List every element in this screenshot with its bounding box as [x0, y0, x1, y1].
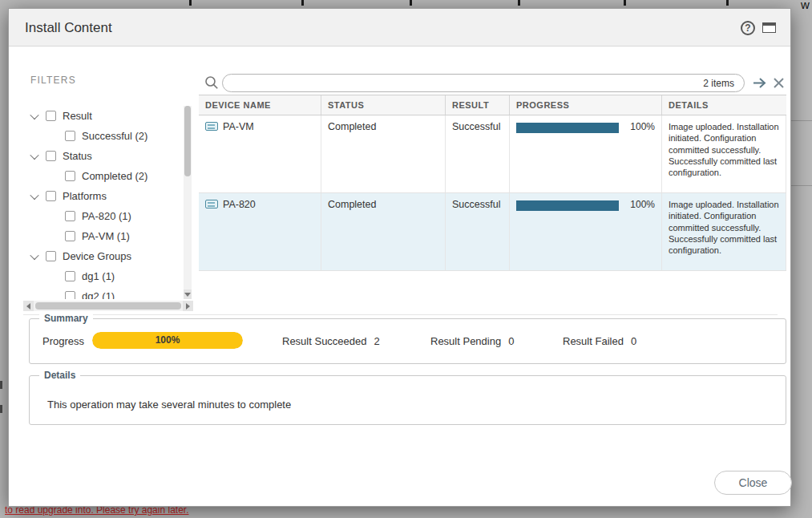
background-fragment	[0, 381, 2, 389]
dialog-title: Install Content	[25, 9, 112, 47]
filter-tree: Result Successful (2) Status Completed (…	[23, 106, 182, 299]
chevron-down-icon[interactable]	[30, 190, 38, 199]
background-fragment	[410, 0, 412, 6]
section-divider	[23, 314, 778, 315]
search-input[interactable]	[232, 78, 703, 89]
checkbox-result[interactable]	[46, 111, 56, 121]
checkbox-platforms[interactable]	[46, 191, 56, 201]
progress-bar-wrap: 100%	[516, 199, 655, 211]
background-text-fragment: w	[801, 0, 810, 11]
stat-result-pending: Result Pending0	[430, 335, 514, 347]
status-cell: Completed	[321, 193, 446, 270]
firewall-device-icon	[205, 200, 218, 208]
arrow-left-icon	[26, 303, 30, 310]
filter-item-successful: Successful (2)	[23, 126, 182, 146]
filter-item-label: PA-820 (1)	[82, 210, 131, 222]
device-name: PA-VM	[223, 121, 254, 132]
search-field[interactable]: 2 items	[222, 74, 745, 92]
result-cell: Successful	[446, 115, 510, 192]
progress-bar-track	[516, 123, 619, 133]
stat-label: Result Failed	[563, 335, 624, 347]
column-header-status[interactable]: STATUS	[321, 95, 446, 115]
summary-progress-bar: 100%	[92, 332, 243, 349]
stat-value: 0	[508, 335, 514, 347]
filter-item-pavm: PA-VM (1)	[23, 226, 182, 246]
progress-bar-track	[516, 200, 619, 211]
filter-item-label: dg2 (1)	[82, 290, 115, 299]
filter-group-label: Platforms	[63, 190, 107, 202]
checkbox-dg2[interactable]	[65, 291, 75, 299]
scroll-left-button[interactable]	[23, 301, 34, 311]
progress-cell: 100%	[510, 115, 662, 192]
details-cell: Image uploaded. Installation initiated. …	[662, 193, 786, 270]
checkbox-device-groups[interactable]	[46, 251, 56, 261]
chevron-down-icon[interactable]	[30, 150, 38, 159]
filter-group-label: Device Groups	[63, 250, 131, 262]
filters-horizontal-scrollbar[interactable]	[23, 301, 193, 311]
filter-item-dg2: dg2 (1)	[23, 286, 182, 299]
clear-filter-icon[interactable]	[773, 77, 785, 92]
filters-vertical-scrollbar[interactable]	[184, 106, 192, 299]
background-fragment	[624, 0, 626, 6]
filter-item-label: dg1 (1)	[82, 270, 115, 282]
background-fragment	[791, 185, 812, 186]
summary-progress-label: Progress	[42, 335, 84, 347]
arrow-down-icon	[184, 293, 191, 297]
summary-panel: Summary Progress 100% Result Succeeded2 …	[29, 318, 786, 364]
table-row: PA-VM Completed Successful 100% Image up…	[199, 115, 786, 193]
checkbox-dg1[interactable]	[65, 271, 75, 281]
dialog-header: Install Content ?	[9, 9, 790, 47]
checkbox-status[interactable]	[46, 151, 56, 161]
table-header-row: DEVICE NAME STATUS RESULT PROGRESS DETAI…	[199, 95, 786, 115]
summary-progress-value: 100%	[92, 332, 243, 349]
column-header-details[interactable]: DETAILS	[662, 95, 786, 115]
scrollbar-thumb[interactable]	[35, 302, 181, 310]
apply-filter-arrow-icon[interactable]	[753, 77, 768, 92]
device-name-cell: PA-VM	[199, 115, 321, 192]
background-fragment	[518, 0, 520, 6]
arrow-right-icon	[186, 303, 190, 310]
close-button[interactable]: Close	[714, 471, 792, 495]
column-header-device-name[interactable]: DEVICE NAME	[199, 95, 321, 115]
progress-bar-fill	[516, 200, 619, 211]
details-cell: Image uploaded. Installation initiated. …	[662, 115, 786, 192]
filter-group-status: Status	[23, 146, 182, 166]
column-header-result[interactable]: RESULT	[446, 95, 510, 115]
help-icon[interactable]: ?	[741, 21, 755, 35]
scroll-down-button[interactable]	[184, 289, 192, 299]
checkbox-pa820[interactable]	[65, 211, 75, 221]
window-restore-icon[interactable]	[762, 22, 776, 33]
summary-legend: Summary	[39, 313, 93, 324]
details-legend: Details	[39, 370, 80, 381]
chevron-down-icon[interactable]	[30, 250, 38, 259]
background-fragment	[726, 0, 729, 6]
filter-group-result: Result	[23, 106, 182, 126]
checkbox-pavm[interactable]	[65, 231, 75, 241]
search-icon	[204, 75, 219, 93]
details-panel: Details This operation may take several …	[29, 375, 786, 425]
firewall-device-icon	[205, 122, 218, 131]
scrollbar-thumb[interactable]	[184, 106, 191, 176]
result-cell: Successful	[446, 193, 510, 270]
background-fragment	[791, 120, 812, 121]
filter-group-label: Result	[63, 110, 92, 122]
install-content-dialog: Install Content ? FILTERS Result Success…	[8, 8, 791, 507]
filter-item-label: Completed (2)	[82, 170, 147, 182]
progress-percent-label: 100%	[630, 121, 655, 132]
stat-result-failed: Result Failed0	[563, 335, 636, 347]
filter-item-completed: Completed (2)	[23, 166, 182, 186]
scroll-right-button[interactable]	[183, 301, 193, 311]
column-header-progress[interactable]: PROGRESS	[510, 95, 662, 115]
stat-label: Result Succeeded	[282, 335, 367, 347]
checkbox-successful[interactable]	[65, 131, 75, 141]
details-message: This operation may take several minutes …	[47, 399, 291, 411]
device-name: PA-820	[223, 199, 256, 210]
background-fragment	[189, 0, 192, 6]
status-cell: Completed	[321, 115, 446, 192]
checkbox-completed[interactable]	[65, 171, 75, 181]
table-row: PA-820 Completed Successful 100% Image u…	[199, 193, 786, 271]
filter-group-label: Status	[63, 150, 92, 162]
progress-percent-label: 100%	[630, 199, 655, 210]
stat-label: Result Pending	[430, 335, 501, 347]
chevron-down-icon[interactable]	[30, 110, 38, 119]
